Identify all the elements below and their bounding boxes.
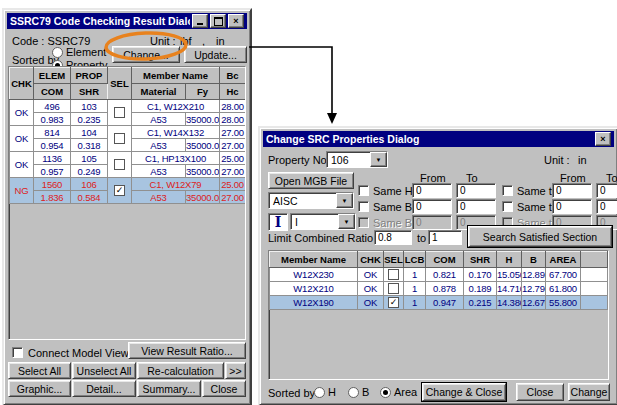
same-h-checkbox[interactable] bbox=[358, 185, 369, 196]
member-name-cell: C1, W12X79 bbox=[132, 178, 220, 191]
h-to-input[interactable] bbox=[456, 183, 496, 198]
src-titlebar[interactable]: Change SRC Properties Dialog × bbox=[263, 131, 614, 147]
limit-to-input[interactable] bbox=[428, 230, 462, 245]
same-b1-checkbox[interactable] bbox=[358, 201, 369, 212]
src-title: Change SRC Properties Dialog bbox=[266, 133, 593, 145]
row-select-checkbox[interactable]: ✓ bbox=[388, 297, 399, 308]
limit-to-label: to bbox=[417, 232, 426, 244]
change-button[interactable]: Change... bbox=[112, 46, 180, 63]
shr-cell: 0.249 bbox=[71, 165, 108, 178]
tw-to-input[interactable] bbox=[596, 183, 617, 198]
chk-cell: OK bbox=[10, 126, 34, 152]
summary-button[interactable]: Summary... bbox=[137, 380, 201, 397]
same-tf1-checkbox[interactable] bbox=[502, 201, 513, 212]
search-satisfied-section-button[interactable]: Search Satisfied Section bbox=[468, 226, 612, 247]
chevron-down-icon[interactable]: ▼ bbox=[338, 214, 355, 229]
row-select-checkbox[interactable] bbox=[114, 133, 125, 144]
limit-from-input[interactable] bbox=[374, 230, 412, 245]
section-shape-dropdown[interactable]: I ▼ bbox=[290, 213, 356, 230]
unselect-all-button[interactable]: Unselect All bbox=[72, 362, 136, 379]
table-row[interactable]: W12X210OK10.8780.18914.71012.79061.800 bbox=[270, 282, 608, 296]
prop-cell: 106 bbox=[71, 178, 108, 191]
graphic-button[interactable]: Graphic... bbox=[8, 380, 71, 397]
area-cell: 67.700 bbox=[546, 268, 581, 282]
com-cell: 0.878 bbox=[426, 282, 464, 296]
src-close-button[interactable]: × bbox=[595, 132, 611, 146]
member-name-cell: C1, W14X132 bbox=[132, 126, 220, 139]
detail-button[interactable]: Detail... bbox=[72, 380, 136, 397]
b1-from-input[interactable] bbox=[412, 199, 452, 214]
table-row[interactable]: W12X190OK✓10.9470.21514.38012.67055.800 bbox=[270, 296, 608, 310]
ssrc79-result-dialog: SSRC79 Code Checking Result Dialog × Cod… bbox=[2, 8, 252, 405]
col-header-member-name: Member Name bbox=[132, 68, 220, 84]
db-dropdown[interactable]: AISC ▼ bbox=[268, 192, 354, 209]
table-row[interactable]: NG1560106✓C1, W12X7925.00 bbox=[10, 178, 246, 191]
select-all-button[interactable]: Select All bbox=[8, 362, 71, 379]
col-header-area: AREA bbox=[546, 252, 581, 268]
sel-cell bbox=[384, 282, 404, 296]
col-header-bc: Bc bbox=[220, 68, 246, 84]
member-name-cell: W12X210 bbox=[270, 282, 358, 296]
property-no-dropdown[interactable]: 106 ▼ bbox=[326, 151, 388, 168]
col-header-com: COM bbox=[34, 84, 71, 100]
row-select-checkbox[interactable] bbox=[114, 159, 125, 170]
h-from-input[interactable] bbox=[412, 183, 452, 198]
tw-from-input[interactable] bbox=[552, 183, 592, 198]
close-button[interactable]: × bbox=[228, 14, 244, 28]
src-sorted-by-label: Sorted by bbox=[268, 387, 315, 399]
sort-area-radio[interactable] bbox=[380, 387, 391, 398]
sort-element-radio[interactable] bbox=[52, 47, 63, 58]
i-beam-icon: I bbox=[268, 213, 288, 231]
b1-to-input[interactable] bbox=[456, 199, 496, 214]
change-and-close-button[interactable]: Change & Close bbox=[422, 383, 506, 401]
elem-cell: 1560 bbox=[34, 178, 71, 191]
close-dialog-button[interactable]: Close bbox=[202, 380, 246, 397]
tf1-from-input[interactable] bbox=[552, 199, 592, 214]
sort-b-radio[interactable] bbox=[348, 387, 359, 398]
table-row[interactable]: OK1136105C1, HP13X10025.00 bbox=[10, 152, 246, 165]
recalculation-button[interactable]: Re-calculation bbox=[137, 362, 224, 379]
connect-model-view-checkbox[interactable] bbox=[12, 347, 23, 358]
table-row[interactable]: OK814104C1, W14X13227.00 bbox=[10, 126, 246, 139]
restore-button[interactable] bbox=[210, 14, 226, 28]
update-button[interactable]: Update... bbox=[184, 46, 247, 63]
member-name-cell: W12X190 bbox=[270, 296, 358, 310]
minimize-icon bbox=[197, 23, 203, 25]
row-select-checkbox[interactable] bbox=[388, 269, 399, 280]
shr-cell: 0.584 bbox=[71, 191, 108, 204]
hc-cell: 27.00 bbox=[220, 165, 246, 178]
com-cell: 0.954 bbox=[34, 139, 71, 152]
com-cell: 1.836 bbox=[34, 191, 71, 204]
bc-cell: 27.00 bbox=[220, 126, 246, 139]
col-header-chk: CHK bbox=[10, 68, 34, 100]
material-cell: A53 bbox=[132, 165, 186, 178]
row-select-checkbox[interactable] bbox=[114, 107, 125, 118]
section-table-area[interactable]: Member NameCHKSELLCBCOMSHRHBAREA W12X230… bbox=[268, 250, 609, 380]
h-cell: 14.710 bbox=[497, 282, 522, 296]
row-select-checkbox[interactable] bbox=[388, 283, 399, 294]
minimize-button[interactable] bbox=[192, 14, 208, 28]
chevron-down-icon[interactable]: ▼ bbox=[370, 152, 387, 167]
sort-h-radio[interactable] bbox=[314, 387, 325, 398]
tf1-to-input[interactable] bbox=[596, 199, 617, 214]
chevron-down-icon[interactable]: ▼ bbox=[336, 193, 353, 208]
src-unit-value: in bbox=[578, 154, 587, 166]
hc-cell: 28.00 bbox=[220, 113, 246, 126]
ssrc79-titlebar[interactable]: SSRC79 Code Checking Result Dialog × bbox=[7, 13, 247, 29]
src-close-action-button[interactable]: Close bbox=[516, 383, 564, 401]
row-select-checkbox[interactable]: ✓ bbox=[114, 185, 125, 196]
view-result-ratio-button[interactable]: View Result Ratio... bbox=[128, 342, 246, 359]
col-header-material: Material bbox=[132, 84, 186, 100]
ssrc79-title: SSRC79 Code Checking Result Dialog bbox=[10, 15, 190, 27]
table-row[interactable]: OK496103C1, W12X21028.00 bbox=[10, 100, 246, 113]
sel-cell: ✓ bbox=[384, 296, 404, 310]
same-b2-checkbox bbox=[358, 217, 369, 228]
result-table-area[interactable]: CHK ELEM PROP SEL Member Name Bc COM SHR… bbox=[8, 66, 246, 340]
same-tw-checkbox[interactable] bbox=[502, 185, 513, 196]
col-header-lcb: LCB bbox=[404, 252, 426, 268]
table-row[interactable]: W12X230OK10.8210.17015.05012.89567.700 bbox=[270, 268, 608, 282]
col-header-hc: Hc bbox=[220, 84, 246, 100]
src-change-button[interactable]: Change bbox=[568, 383, 610, 401]
open-mgb-file-button[interactable]: Open MGB File bbox=[268, 172, 354, 189]
more-button[interactable]: >> bbox=[225, 362, 246, 379]
